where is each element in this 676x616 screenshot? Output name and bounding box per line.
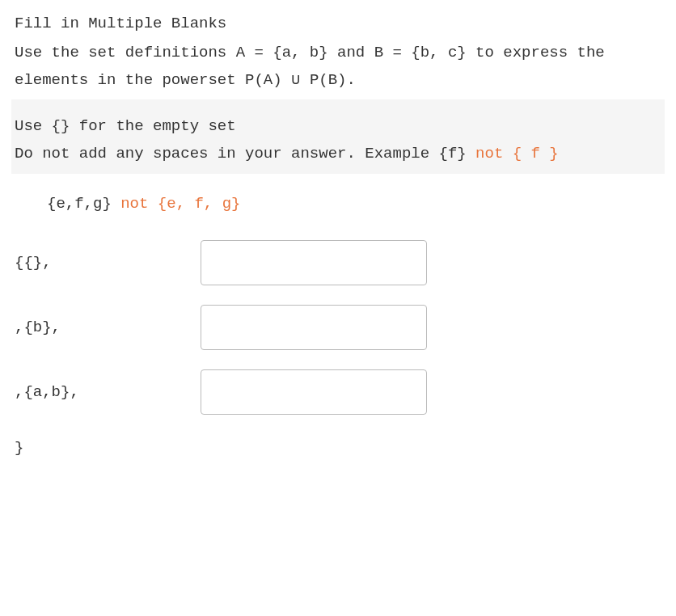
instruction-line-1: Use {} for the empty set [15, 112, 661, 140]
instruction-line-2-text: Do not add any spaces in your answer. Ex… [15, 145, 475, 162]
blank-input-1[interactable] [201, 240, 427, 285]
blank-input-3[interactable] [201, 369, 427, 415]
blank-row-3: ,{a,b}, [15, 369, 661, 415]
example-text: {e,f,g} [47, 195, 120, 213]
closing-brace: } [15, 434, 661, 462]
instruction-line-2: Do not add any spaces in your answer. Ex… [15, 140, 661, 167]
blank-label-2: ,{b}, [15, 314, 201, 341]
instruction-box: Use {} for the empty set Do not add any … [11, 99, 665, 174]
example-line: {e,f,g} not {e, f, g} [15, 190, 661, 217]
question-prompt: Use the set definitions A = {a, b} and B… [15, 39, 661, 94]
blank-row-1: {{}, [15, 240, 661, 285]
instruction-line-2-orange: not { f } [475, 145, 559, 162]
blank-input-2[interactable] [201, 305, 427, 350]
question-title: Fill in Multiple Blanks [15, 10, 661, 37]
blank-row-2: ,{b}, [15, 305, 661, 350]
example-orange: not {e, f, g} [120, 195, 240, 213]
blank-label-3: ,{a,b}, [15, 378, 201, 406]
blank-label-1: {{}, [15, 249, 201, 276]
